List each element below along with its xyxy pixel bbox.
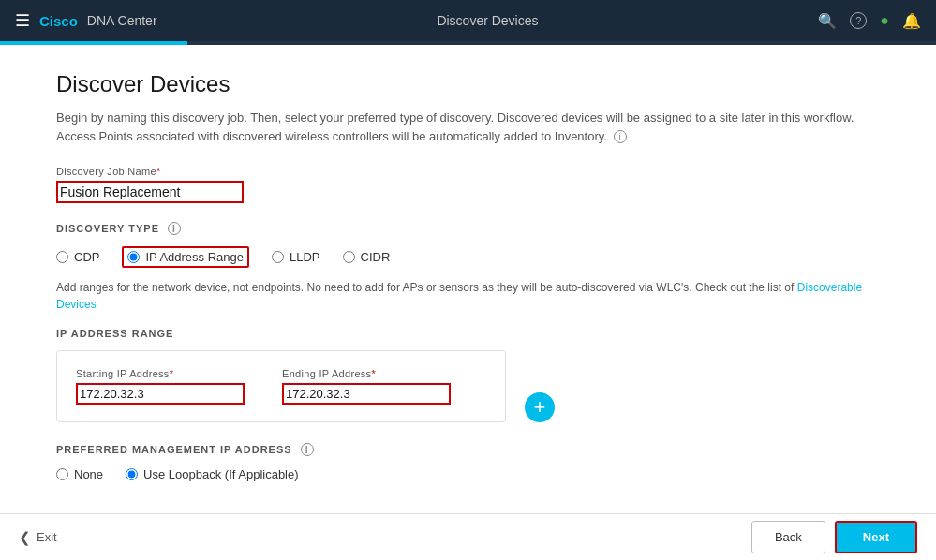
radio-none[interactable]: None bbox=[56, 467, 103, 481]
radio-loopback-label: Use Loopback (If Applicable) bbox=[143, 467, 298, 481]
discovery-job-field: Discovery Job Name* bbox=[56, 166, 880, 203]
radio-ip-range-input[interactable] bbox=[127, 251, 140, 263]
ending-ip-label: Ending IP Address* bbox=[282, 368, 451, 379]
radio-lldp-input[interactable] bbox=[272, 251, 284, 263]
exit-button[interactable]: ❮ Exit bbox=[19, 529, 57, 546]
required-marker: * bbox=[156, 166, 161, 177]
ip-range-row: Starting IP Address* Ending IP Address* bbox=[56, 350, 880, 422]
discovery-type-section: DISCOVERY TYPE i CDP IP Address Range LL… bbox=[56, 222, 880, 313]
radio-ip-range-label: IP Address Range bbox=[145, 250, 244, 264]
discovery-type-info-icon[interactable]: i bbox=[168, 222, 181, 235]
status-icon: ● bbox=[880, 12, 889, 29]
ip-address-range-section: IP ADDRESS RANGE Starting IP Address* bbox=[56, 328, 880, 422]
discovery-type-header: DISCOVERY TYPE i bbox=[56, 222, 880, 235]
radio-cidr[interactable]: CIDR bbox=[343, 250, 391, 264]
back-button[interactable]: Back bbox=[751, 521, 825, 553]
ip-range-box: Starting IP Address* Ending IP Address* bbox=[56, 350, 506, 422]
radio-loopback[interactable]: Use Loopback (If Applicable) bbox=[126, 467, 298, 481]
main-content: Discover Devices Begin by naming this di… bbox=[0, 45, 936, 513]
search-icon[interactable]: 🔍 bbox=[818, 12, 837, 30]
exit-icon: ❮ bbox=[19, 529, 31, 546]
starting-ip-label: Starting IP Address* bbox=[76, 368, 245, 379]
brand-logo: Cisco bbox=[39, 13, 78, 29]
radio-lldp-label: LLDP bbox=[290, 250, 320, 264]
description-info-icon[interactable]: i bbox=[614, 130, 627, 143]
radio-ip-range[interactable]: IP Address Range bbox=[122, 246, 249, 268]
radio-none-label: None bbox=[74, 467, 103, 481]
radio-loopback-input[interactable] bbox=[126, 468, 138, 480]
ip-address-range-header: IP ADDRESS RANGE bbox=[56, 328, 880, 339]
discovery-job-input[interactable] bbox=[56, 181, 244, 203]
preferred-management-radio-group: None Use Loopback (If Applicable) bbox=[56, 467, 880, 481]
starting-ip-input-wrapper bbox=[76, 383, 245, 405]
radio-cidr-label: CIDR bbox=[361, 250, 391, 264]
exit-label: Exit bbox=[37, 530, 57, 544]
discovery-type-radio-group: CDP IP Address Range LLDP CIDR bbox=[56, 246, 880, 268]
topnav: ☰ Cisco DNA Center Discover Devices 🔍 ? … bbox=[0, 0, 936, 41]
add-ip-range-button[interactable]: + bbox=[525, 392, 555, 422]
next-button[interactable]: Next bbox=[835, 521, 917, 553]
starting-ip-input[interactable] bbox=[76, 383, 245, 405]
radio-none-input[interactable] bbox=[56, 468, 68, 480]
bottom-bar: ❮ Exit Back Next bbox=[0, 513, 936, 560]
menu-icon[interactable]: ☰ bbox=[15, 10, 30, 31]
radio-cidr-input[interactable] bbox=[343, 251, 355, 263]
page-description: Begin by naming this discovery job. Then… bbox=[56, 109, 880, 145]
radio-cdp-input[interactable] bbox=[56, 251, 68, 263]
ending-ip-input-wrapper bbox=[282, 383, 451, 405]
starting-ip-field: Starting IP Address* bbox=[76, 368, 245, 405]
radio-cdp[interactable]: CDP bbox=[56, 250, 99, 264]
ending-ip-field: Ending IP Address* bbox=[282, 368, 451, 405]
bell-icon[interactable]: 🔔 bbox=[902, 12, 921, 30]
ending-ip-input[interactable] bbox=[282, 383, 451, 405]
discovery-type-note: Add ranges for the network device, not e… bbox=[56, 279, 880, 313]
discovery-job-label: Discovery Job Name* bbox=[56, 166, 880, 177]
help-icon[interactable]: ? bbox=[850, 12, 867, 29]
preferred-management-section: PREFERRED MANAGEMENT IP ADDRESS i None U… bbox=[56, 443, 880, 481]
bottom-right-buttons: Back Next bbox=[751, 521, 917, 553]
product-name: DNA Center bbox=[87, 13, 157, 28]
active-tab-indicator bbox=[0, 41, 187, 45]
preferred-management-header: PREFERRED MANAGEMENT IP ADDRESS i bbox=[56, 443, 880, 456]
radio-lldp[interactable]: LLDP bbox=[272, 250, 320, 264]
page-title: Discover Devices bbox=[56, 71, 880, 97]
radio-cdp-label: CDP bbox=[74, 250, 99, 264]
preferred-management-info-icon[interactable]: i bbox=[301, 443, 314, 456]
topnav-page-title: Discover Devices bbox=[437, 13, 538, 28]
